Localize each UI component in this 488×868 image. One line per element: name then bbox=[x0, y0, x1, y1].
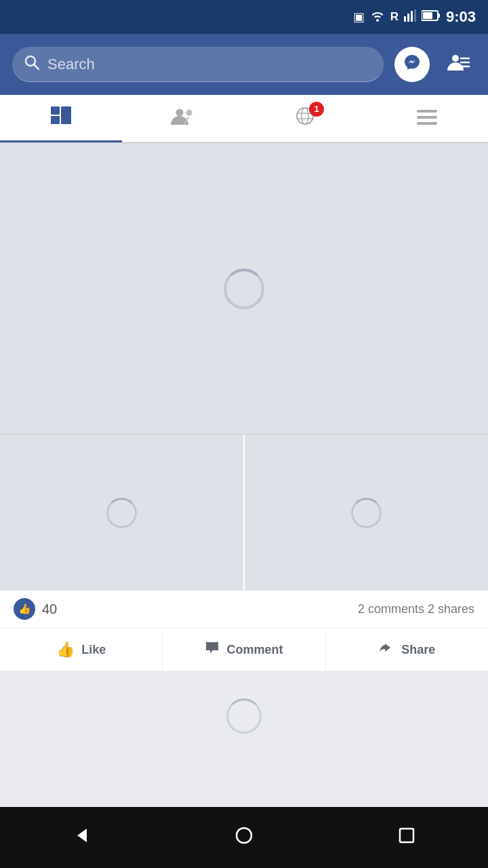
nav-item-menu[interactable] bbox=[366, 95, 488, 142]
nav-bar: 1 bbox=[0, 95, 488, 142]
svg-point-26 bbox=[237, 828, 251, 843]
post-image-half-left bbox=[0, 435, 245, 591]
svg-rect-13 bbox=[51, 106, 60, 115]
svg-rect-5 bbox=[438, 14, 440, 18]
wifi-icon bbox=[370, 9, 385, 25]
post-actions: 👍 Like Comment Share bbox=[0, 629, 488, 671]
battery-icon bbox=[422, 9, 441, 25]
svg-rect-1 bbox=[407, 14, 409, 22]
loading-spinner-large bbox=[224, 269, 264, 309]
signal-r-icon: R bbox=[390, 10, 399, 24]
content-area: 👍 40 2 comments 2 shares 👍 Like Comment bbox=[0, 142, 488, 753]
svg-rect-0 bbox=[404, 16, 406, 22]
comment-action-label: Comment bbox=[226, 643, 283, 657]
post-image-row bbox=[0, 434, 488, 590]
share-button[interactable]: Share bbox=[326, 629, 488, 671]
signal-icon bbox=[404, 9, 416, 25]
feed-loading bbox=[0, 679, 488, 753]
messenger-button[interactable] bbox=[394, 47, 430, 82]
post-stats-left: 👍 40 bbox=[14, 598, 57, 620]
post-card: 👍 40 2 comments 2 shares 👍 Like Comment bbox=[0, 142, 488, 671]
svg-rect-14 bbox=[51, 116, 60, 124]
loading-spinner-left bbox=[106, 498, 137, 528]
status-time: 9:03 bbox=[446, 8, 476, 26]
svg-rect-3 bbox=[414, 9, 416, 22]
like-count: 40 bbox=[42, 601, 57, 617]
status-bar: ▣ R 9:03 bbox=[0, 0, 488, 34]
news-feed-icon bbox=[51, 106, 71, 129]
like-action-icon: 👍 bbox=[56, 641, 75, 658]
android-nav-bar bbox=[0, 807, 488, 868]
svg-point-17 bbox=[186, 110, 192, 116]
search-bar[interactable]: Search bbox=[12, 47, 384, 82]
messenger-icon bbox=[403, 54, 421, 75]
header: Search bbox=[0, 34, 488, 95]
home-icon bbox=[235, 826, 253, 850]
share-action-label: Share bbox=[401, 643, 435, 657]
share-action-icon bbox=[378, 641, 394, 658]
status-icons: ▣ R 9:03 bbox=[353, 8, 476, 26]
svg-rect-6 bbox=[423, 12, 432, 19]
back-icon bbox=[72, 826, 91, 850]
nav-item-friends[interactable] bbox=[122, 95, 244, 142]
post-image-half-right bbox=[245, 435, 488, 591]
loading-spinner-right bbox=[351, 498, 382, 528]
svg-rect-2 bbox=[411, 11, 413, 22]
post-stats: 👍 40 2 comments 2 shares bbox=[0, 590, 488, 629]
recents-icon bbox=[398, 827, 415, 849]
post-image-large bbox=[0, 142, 488, 434]
feed-loading-spinner bbox=[226, 698, 262, 734]
friends-menu-icon bbox=[446, 53, 470, 77]
vibrate-icon: ▣ bbox=[353, 9, 365, 24]
svg-rect-23 bbox=[417, 116, 437, 119]
menu-icon bbox=[417, 108, 437, 130]
svg-point-9 bbox=[452, 55, 459, 62]
search-placeholder-text: Search bbox=[47, 56, 95, 73]
svg-rect-15 bbox=[61, 106, 71, 124]
post-stats-right: 2 comments 2 shares bbox=[358, 602, 474, 616]
back-button[interactable] bbox=[61, 817, 102, 858]
svg-line-8 bbox=[34, 64, 39, 69]
like-action-label: Like bbox=[81, 643, 106, 657]
recents-button[interactable] bbox=[386, 817, 427, 858]
home-button[interactable] bbox=[224, 817, 264, 858]
friends-icon bbox=[170, 107, 196, 130]
svg-marker-25 bbox=[77, 829, 87, 842]
svg-rect-27 bbox=[400, 829, 413, 842]
search-icon bbox=[24, 55, 39, 74]
notification-badge: 1 bbox=[309, 102, 324, 117]
friends-menu-button[interactable] bbox=[441, 47, 476, 82]
like-button[interactable]: 👍 Like bbox=[0, 629, 163, 671]
svg-rect-24 bbox=[417, 122, 437, 125]
comment-button[interactable]: Comment bbox=[163, 629, 325, 671]
svg-point-16 bbox=[176, 109, 184, 117]
like-icon: 👍 bbox=[14, 598, 35, 620]
nav-item-notifications[interactable]: 1 bbox=[244, 95, 366, 142]
svg-point-19 bbox=[302, 108, 308, 124]
comment-action-icon bbox=[205, 641, 220, 658]
nav-item-news-feed[interactable] bbox=[0, 95, 122, 142]
svg-rect-22 bbox=[417, 110, 437, 113]
